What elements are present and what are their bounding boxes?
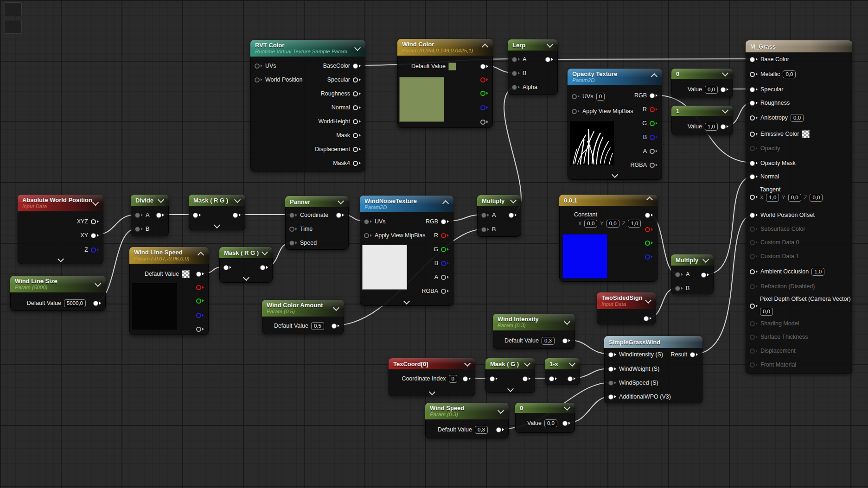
pin-icon[interactable] [289,241,294,246]
pin-icon[interactable] [721,87,726,92]
m-grass-pin-front-material[interactable]: Front Material [750,360,796,369]
pin-icon[interactable] [645,213,650,218]
m-grass-pin-normal[interactable]: Normal [750,172,779,181]
value-box[interactable]: 0,3 [475,426,488,434]
rvt-color-pin-world-position[interactable]: World Position [255,75,302,84]
pin-icon[interactable] [562,338,568,343]
rvt-color-pin-roughness[interactable]: Roughness [321,89,361,98]
pin-icon[interactable] [750,195,755,200]
collapse-chevron-up-icon[interactable] [646,196,653,203]
multiply-2-pin-out-43[interactable] [701,270,709,279]
multiply-2-pin-a[interactable]: A [675,270,689,279]
wind-speed-pin-out-57[interactable] [496,425,504,434]
opacity-texture-pin-g[interactable]: G [642,119,657,128]
one-minus-x-pin-out-43[interactable] [568,374,575,383]
value-box[interactable]: 0,0 [606,220,619,228]
pin-icon[interactable] [480,91,485,96]
simple-grass-wind-pin-windintensity-s[interactable]: WindIntensity (S) [608,350,663,359]
panner-pin-out-40[interactable] [336,210,344,220]
rvt-color-header[interactable]: RVT ColorRuntime Virtual Texture Sample … [250,40,365,57]
pin-icon[interactable] [490,376,495,381]
value-box[interactable]: 0,0 [788,194,801,202]
multiply-1-pin-b[interactable]: B [481,225,496,234]
collapse-chevron-down-icon[interactable] [338,198,344,204]
wind-noise-texture-pin-uvs[interactable]: UVs [364,217,386,226]
rvt-color-pin-basecolor[interactable]: BaseColor [323,61,361,70]
m-grass-pin-shading-model[interactable]: Shading Model [750,319,799,328]
pin-icon[interactable] [512,85,517,90]
collapse-chevron-down-icon[interactable] [564,404,570,411]
pin-icon[interactable] [441,275,446,280]
pin-icon[interactable] [93,301,98,306]
m-grass-pin-roughness[interactable]: Roughness [750,98,790,108]
collapse-chevron-down-icon[interactable] [547,41,553,48]
collapse-chevron-down-icon[interactable] [722,70,728,76]
wind-line-speed-pin-out-176[interactable] [196,324,204,334]
pin-icon[interactable] [480,64,485,69]
collapse-chevron-down-icon[interactable] [354,44,361,51]
pin-icon[interactable] [353,77,358,82]
pin-icon[interactable] [572,109,577,114]
pin-icon[interactable] [260,265,265,270]
wind-line-size-pin-out-58[interactable] [93,298,101,308]
pin-icon[interactable] [196,313,201,318]
m-grass-pin-anisotropy[interactable]: Anisotropy0,0 [750,113,804,122]
value-box[interactable]: 0,3 [542,337,555,345]
collapse-chevron-up-icon[interactable] [482,44,488,50]
rvt-color-pin-normal[interactable]: Normal [332,103,361,112]
collapse-chevron-down-icon[interactable] [95,280,101,287]
m-grass-pin-specular[interactable]: Specular [750,85,783,94]
pin-icon[interactable] [750,284,755,289]
value-1-top-header[interactable]: 1 [671,106,733,116]
pin-icon[interactable] [650,135,655,140]
rvt-color[interactable]: RVT ColorRuntime Virtual Texture Sample … [250,40,365,171]
wind-speed-header[interactable]: Wind SpeedParam (0.3) [425,403,509,419]
opacity-texture-pin-a[interactable]: A [643,146,657,156]
pin-icon[interactable] [463,376,468,381]
collapse-chevron-up-icon[interactable] [442,200,449,207]
rvt-color-pin-specular[interactable]: Specular [327,75,361,84]
value-box[interactable]: 0,0 [791,114,804,122]
pin-icon[interactable] [255,77,260,82]
lerp-pin-b[interactable]: B [512,69,526,78]
collapse-chevron-up-icon[interactable] [198,252,204,258]
material-graph-canvas[interactable]: RVT ColorRuntime Virtual Texture Sample … [0,0,868,488]
pin-icon[interactable] [332,323,337,329]
multiply-1-pin-a[interactable]: A [481,210,496,220]
pin-icon[interactable] [196,272,201,277]
pin-icon[interactable] [289,213,294,218]
pin-icon[interactable] [545,57,550,62]
m-grass-pin-metallic[interactable]: Metallic0,0 [750,70,796,79]
value-box[interactable]: 1,0 [705,123,718,131]
pin-icon[interactable] [750,335,755,340]
panner-pin-time[interactable]: Time [289,224,313,234]
wind-intensity[interactable]: Wind IntensityParam (0.3)Default Value0,… [493,314,575,349]
pin-icon[interactable] [364,219,369,224]
constant-001-pin-out-133[interactable] [645,252,653,261]
wind-noise-texture[interactable]: WindNoiseTextureParam2DUVsApply View Mip… [360,196,453,306]
collapse-chevron-down-icon[interactable] [234,196,241,203]
pin-icon[interactable] [441,289,446,294]
m-grass-pin-in-337[interactable] [750,192,758,202]
pin-icon[interactable] [353,63,358,69]
collapse-chevron-down-icon[interactable] [333,304,339,311]
multiply-2-header[interactable]: Multiply [671,254,714,266]
pin-icon[interactable] [750,227,755,232]
multiply-1-pin-out-42[interactable] [509,210,517,220]
wind-color-amount-header[interactable]: Wind Color AmountParam (0.5) [262,300,344,317]
wind-line-speed-pin-out-115[interactable] [196,296,204,305]
absolute-world-position-pin-xyz[interactable]: XYZ [77,217,99,226]
value-box[interactable]: 0,0 [810,194,823,202]
pin-icon[interactable] [336,213,341,218]
pin-icon[interactable] [675,286,680,291]
mask-rg-1-pin-in-43[interactable] [193,210,201,220]
wind-noise-texture-pin-rgba[interactable]: RGBA [422,286,449,296]
pin-icon[interactable] [750,57,755,62]
value-0-top-header[interactable]: 0 [671,69,733,79]
pin-icon[interactable] [480,77,485,82]
simple-grass-wind-pin-windweight-s[interactable]: WindWeight (S) [608,364,659,374]
collapse-chevron-down-icon[interactable] [510,197,517,203]
opacity-texture-pin-apply-view-mipbias[interactable]: Apply View MipBias [572,107,633,116]
value-0-bottom-pin-out-43[interactable] [562,418,570,428]
value-box[interactable]: 0 [596,93,605,101]
